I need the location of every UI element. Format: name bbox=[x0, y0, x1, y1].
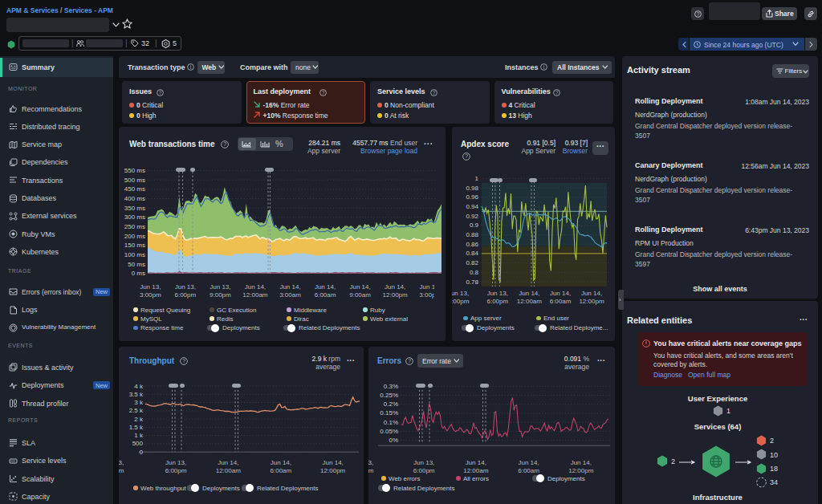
svg-text:?: ? bbox=[433, 89, 436, 95]
svg-text:i: i bbox=[543, 64, 545, 70]
svg-text:i: i bbox=[190, 64, 192, 70]
svg-text:?: ? bbox=[555, 89, 559, 95]
svg-text:?: ? bbox=[696, 10, 699, 16]
svg-text:?: ? bbox=[159, 89, 162, 95]
svg-text:?: ? bbox=[322, 89, 325, 95]
